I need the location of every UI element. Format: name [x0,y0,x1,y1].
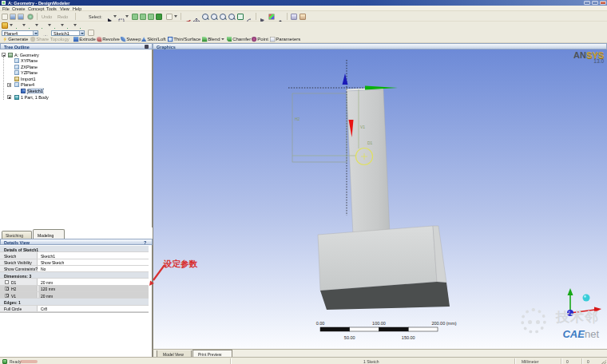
plane-combo[interactable]: Plane4 [2,30,38,36]
share-topology-button[interactable]: Share Topology [30,37,69,42]
extend-selection-icon[interactable] [166,14,173,20]
title-bar: A: Geometry - DesignModeler [0,0,607,6]
filter-edge-icon[interactable] [140,14,146,20]
param-checkbox[interactable]: D [5,294,9,298]
select-label: Select: [89,14,102,19]
tab-modeling[interactable]: Modeling [33,229,65,239]
new-file-icon[interactable] [2,14,8,20]
dim-label-d: D1 [367,140,373,145]
blend-button[interactable]: Blend [202,37,224,42]
mode-tabs: Sketching Modeling [0,228,153,239]
model-canvas: H2 V1 D1 0.00 100.00 200.00 (mm) 50.00 1… [153,49,607,349]
select-mode-icon[interactable] [106,14,113,20]
pan-icon[interactable] [193,14,200,20]
details-group-row[interactable]: Dimensions: 3 [0,272,149,279]
undo-button[interactable]: Undo [42,14,52,19]
import-icon [14,77,19,81]
close-button[interactable] [600,1,606,5]
generate-button[interactable]: Generate [2,37,28,42]
zoom-box-icon[interactable] [211,14,217,20]
details-group-row[interactable]: Edges: 1 [0,299,149,305]
save-all-icon[interactable] [18,14,24,20]
zoom-out-icon[interactable] [228,14,235,20]
tree-item-plane4[interactable]: Plane4 [0,82,152,89]
new-plane-icon[interactable] [42,30,49,36]
previous-view-icon[interactable] [246,14,252,20]
look-at-icon[interactable] [291,14,297,20]
extrude-button[interactable]: Extrude [73,37,96,42]
chamfer-button[interactable]: Chamfer [227,37,251,42]
sketch-combo[interactable]: Sketch1 [51,30,85,36]
cursor-icon[interactable] [260,14,266,20]
minimize-button[interactable] [584,1,590,5]
triad-icon-1[interactable] [15,22,22,29]
redo-button[interactable]: Redo [58,14,68,19]
param-checkbox[interactable]: D [5,287,9,291]
refresh-icon[interactable] [27,14,34,20]
save-icon[interactable] [10,14,16,20]
tree-item-geometry[interactable]: A: Geometry [0,52,152,58]
zoom-fit-icon[interactable] [237,14,244,20]
plane-sketch-toolbar: Plane4 Sketch1 [0,29,607,36]
iso-view-icon[interactable] [268,14,275,20]
details-dim-row: V1D20 mm [0,292,149,299]
tree-item-xyplane[interactable]: XYPlane [0,58,152,65]
new-sketch-icon[interactable] [88,30,94,36]
filter-vertex-icon[interactable] [132,14,138,20]
details-group-row[interactable]: Details of Sketch1 [0,246,149,252]
point-marker-icon[interactable] [277,14,284,20]
revolve-button[interactable]: Revolve [97,37,120,42]
geometry-icon [8,53,13,57]
details-row: Show Constraints?No [0,266,149,272]
body-icon [14,95,19,100]
standard-toolbar: Undo Redo Select: [0,11,607,22]
help-icon[interactable]: ? [144,240,146,245]
filter-face-icon[interactable] [148,14,154,20]
tab-sketching[interactable]: Sketching [2,231,32,239]
svg-text:200.00 (mm): 200.00 (mm) [431,321,456,326]
maximize-button[interactable] [592,1,598,5]
zoom-icon[interactable] [202,14,208,20]
triad-icon-6[interactable] [79,22,85,29]
status-sketch-count: 1 Sketch [363,359,379,364]
details-row: SketchSketch1 [0,252,149,259]
plane-icon [14,70,19,75]
view-mode-icon[interactable] [300,14,306,20]
base-top-face [318,226,437,291]
details-row: Full CircleCr8 [0,306,149,312]
point-button[interactable]: Point [252,37,268,42]
watermark-logo [521,308,546,334]
triad-icon-5[interactable] [66,22,73,29]
tree-outline: A: Geometry XYPlane ZXPlane YZPlane Impo… [0,52,152,101]
tree-item-part-body[interactable]: 1 Part, 1 Body [0,94,152,101]
parameters-button[interactable]: Parameters [270,37,300,42]
display-plane-icon[interactable] [2,22,8,29]
details-view-header: Details View ? [0,239,153,245]
tree-item-sketch1[interactable]: Sketch1 [0,89,152,95]
designmodeler-window: A: Geometry - DesignModeler File Create … [0,0,607,364]
svg-text:100.00: 100.00 [372,321,386,326]
skin-loft-button[interactable]: Skin/Loft [141,37,166,42]
param-checkbox[interactable] [5,280,9,284]
tree-item-zxplane[interactable]: ZXPlane [0,64,152,70]
svg-text:150.00: 150.00 [402,335,415,340]
tree-item-import1[interactable]: Import1 [0,76,152,82]
pin-icon[interactable] [145,45,149,49]
zoom-in-icon[interactable] [220,14,226,20]
resize-grip[interactable] [601,359,606,364]
sweep-button[interactable]: Sweep [121,37,141,42]
display-toolbar [0,22,607,29]
box-select-icon[interactable] [118,14,125,20]
triad-icon-4[interactable] [54,22,60,29]
graphics-viewport[interactable]: H2 V1 D1 0.00 100.00 200.00 (mm) 50.00 1… [153,49,607,349]
details-table: Details of Sketch1 SketchSketch1 Sketch … [0,246,149,313]
status-bar: Ready 1 Sketch Millimeter 0 0 [0,357,607,364]
tree-item-yzplane[interactable]: YZPlane [0,70,152,77]
dim-label-v: V1 [360,125,365,129]
triad-icon-3[interactable] [41,22,47,29]
thin-surface-button[interactable]: Thin/Surface [168,37,200,42]
triad-icon-2[interactable] [28,22,34,29]
rotate-icon[interactable] [184,14,191,20]
filter-body-icon[interactable] [156,14,162,20]
status-counter-2: 0 [587,359,589,364]
